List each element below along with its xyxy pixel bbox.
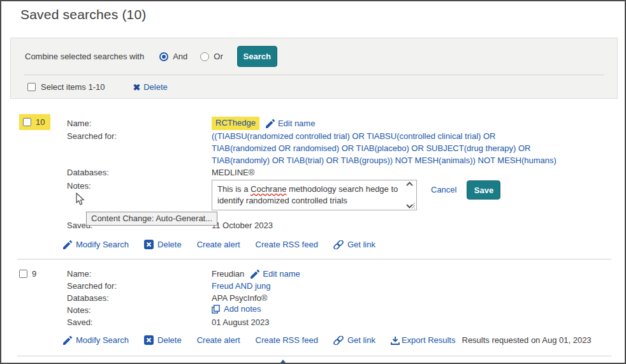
edit-name-action[interactable]: Edit name [266, 119, 316, 128]
select-all-checkbox[interactable] [27, 83, 36, 91]
modify-search-action[interactable]: Modify Search [63, 240, 129, 249]
saved-search-row-10: 10 Name: RCThedge Edit name Searched for… [19, 117, 612, 249]
and-radio[interactable] [159, 52, 168, 61]
results-requested-note: Results requested on Aug 01, 2023 [462, 335, 592, 345]
modify-search-link: Modify Search [76, 335, 129, 345]
search-query-link[interactable]: Freud AND jung [212, 280, 271, 292]
create-alert-action[interactable]: Create alert [197, 335, 240, 345]
delete-x-box-icon [144, 335, 154, 345]
pencil-icon [266, 119, 275, 128]
databases-value: MEDLINE® [212, 166, 254, 178]
name-label: Name: [67, 268, 212, 280]
create-rss-action[interactable]: Create RSS feed [256, 240, 318, 249]
copy-notes-icon [212, 305, 220, 314]
row-10-actions: Modify Search Delete Create alert Create… [63, 240, 612, 249]
edit-name-action[interactable]: Edit name [251, 269, 300, 279]
add-notes-link: Add notes [224, 304, 261, 314]
notes-misspelled-word: Cochrane [251, 184, 286, 194]
page-title: Saved searches (10) [20, 7, 147, 22]
link-icon [333, 336, 344, 345]
searched-for-label: Searched for: [67, 280, 212, 292]
scroll-up-icon[interactable] [406, 182, 413, 186]
radio-option-and[interactable]: And [159, 52, 187, 61]
search-name: Freudian [212, 268, 244, 280]
save-button[interactable]: Save [467, 180, 500, 200]
create-rss-link: Create RSS feed [256, 335, 318, 345]
databases-label: Databases: [67, 292, 212, 304]
delete-search-action[interactable]: Delete [144, 335, 182, 345]
row-divider [17, 259, 611, 259]
row-10-checkbox[interactable] [23, 118, 31, 126]
modify-search-action[interactable]: Modify Search [63, 335, 129, 345]
cancel-link[interactable]: Cancel [431, 185, 456, 194]
row-9-checkbox-wrap: 9 [19, 269, 36, 279]
get-link-link: Get link [347, 335, 375, 345]
saved-searches-page: Saved searches (10) Combine selected sea… [0, 0, 626, 364]
pencil-icon [251, 270, 259, 279]
select-items-row: Select items 1-10 ✖ Delete [11, 75, 617, 99]
row-10-checkbox-highlight: 10 [19, 114, 50, 130]
get-link-action[interactable]: Get link [333, 335, 375, 345]
get-link-link: Get link [347, 240, 375, 249]
row-9-number: 9 [32, 269, 36, 279]
notes-text-before: This is a [217, 184, 251, 194]
saved-search-row-9: 9 Name: Freudian Edit name Searched for:… [19, 268, 612, 345]
delete-selected-link[interactable]: Delete [143, 82, 168, 92]
pencil-icon [63, 336, 72, 345]
notes-label: Notes: [67, 180, 212, 192]
search-name-highlighted: RCThedge [212, 117, 259, 130]
create-rss-action[interactable]: Create RSS feed [256, 335, 318, 345]
delete-x-box-icon [144, 240, 154, 249]
notes-textarea[interactable]: This is a Cochrane methodology search he… [212, 180, 417, 210]
saved-date: 11 October 2023 [212, 219, 273, 231]
search-button[interactable]: Search [237, 46, 277, 67]
query-line-2: TIAB(randomized OR randomised) OR TIAB(p… [212, 142, 557, 154]
modify-search-link: Modify Search [76, 240, 129, 249]
create-alert-link: Create alert [197, 335, 240, 345]
combine-panel: Combine selected searches with And Or Se… [10, 38, 618, 99]
name-label: Name: [67, 117, 212, 129]
content-change-tooltip: Content Change: Auto-Generat... [86, 212, 217, 226]
resize-grip-icon[interactable] [409, 202, 416, 209]
create-rss-link: Create RSS feed [256, 240, 318, 249]
export-results-action[interactable]: Export Results [391, 335, 456, 345]
export-results-link: Export Results [402, 335, 456, 345]
delete-search-link: Delete [157, 335, 182, 345]
row-9-actions: Modify Search Delete Create alert Create… [63, 335, 612, 345]
mouse-cursor-icon [76, 193, 85, 206]
databases-value: APA PsycInfo® [212, 292, 267, 304]
create-alert-action[interactable]: Create alert [197, 240, 240, 249]
query-line-3: TIAB(randomly) OR TIAB(trial) OR TIAB(gr… [212, 154, 557, 166]
saved-date: 01 August 2023 [212, 316, 269, 328]
query-line-1: ((TIABSU(randomized controlled trial) OR… [212, 130, 557, 142]
edit-name-link: Edit name [278, 119, 316, 128]
search-query-link[interactable]: ((TIABSU(randomized controlled trial) OR… [212, 130, 557, 166]
combine-label: Combine selected searches with [25, 52, 144, 61]
combine-row: Combine selected searches with And Or Se… [11, 38, 617, 75]
edit-name-link: Edit name [263, 269, 300, 279]
row-9-checkbox[interactable] [19, 270, 27, 278]
pencil-icon [63, 240, 72, 249]
or-radio-label: Or [214, 52, 222, 61]
notes-label: Notes: [67, 304, 212, 316]
and-radio-label: And [173, 52, 187, 61]
delete-search-action[interactable]: Delete [144, 240, 182, 249]
row-10-number: 10 [36, 117, 45, 127]
download-icon [391, 336, 400, 345]
radio-option-or[interactable]: Or [200, 52, 222, 61]
select-all-label: Select items 1-10 [41, 82, 105, 92]
link-icon [333, 240, 344, 249]
delete-search-link: Delete [157, 240, 182, 249]
delete-x-icon: ✖ [133, 82, 140, 92]
add-notes-action[interactable]: Add notes [212, 304, 261, 314]
row-divider [17, 356, 611, 356]
get-link-action[interactable]: Get link [333, 240, 375, 249]
databases-label: Databases: [67, 166, 212, 178]
saved-label: Saved: [67, 316, 212, 328]
searched-for-label: Searched for: [67, 130, 212, 142]
create-alert-link: Create alert [197, 240, 240, 249]
partial-next-row-icon [278, 360, 288, 364]
or-radio[interactable] [200, 52, 209, 61]
